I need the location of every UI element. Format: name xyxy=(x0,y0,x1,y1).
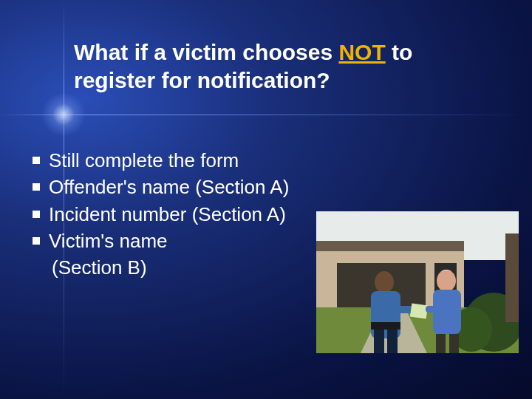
photo-illustration xyxy=(316,211,519,353)
svg-rect-13 xyxy=(374,330,384,353)
list-item: Offender's name (Section A) xyxy=(33,174,299,200)
title-emphasis: NOT xyxy=(338,40,385,64)
svg-rect-1 xyxy=(316,241,464,251)
title-pre: What if a victim chooses xyxy=(74,40,338,64)
svg-rect-9 xyxy=(505,233,519,322)
square-bullet-icon xyxy=(33,183,40,191)
svg-rect-12 xyxy=(371,322,400,330)
list-item: Still complete the form xyxy=(33,148,299,173)
svg-point-17 xyxy=(437,270,456,292)
svg-rect-20 xyxy=(449,334,459,353)
list-item: Incident number (Section A) xyxy=(33,202,299,227)
list-item-text: Still complete the form xyxy=(49,148,299,173)
square-bullet-icon xyxy=(33,157,40,164)
list-continuation: (Section B) xyxy=(52,255,299,280)
list-item-text: Victim's name xyxy=(49,228,299,253)
list-item: Victim's name xyxy=(33,228,299,253)
svg-rect-19 xyxy=(436,334,446,353)
svg-point-10 xyxy=(375,271,394,293)
square-bullet-icon xyxy=(33,211,40,218)
svg-rect-16 xyxy=(410,304,428,319)
square-bullet-icon xyxy=(33,237,40,245)
slide-title: What if a victim chooses NOT to register… xyxy=(74,38,488,94)
slide-photo xyxy=(316,211,519,353)
list-item-text: Incident number (Section A) xyxy=(49,202,299,227)
list-item-text: Offender's name (Section A) xyxy=(49,174,299,200)
svg-rect-21 xyxy=(426,306,440,313)
bullet-list: Still complete the form Offender's name … xyxy=(33,148,299,282)
svg-rect-14 xyxy=(387,330,398,353)
decorative-horizontal-line xyxy=(0,115,532,115)
